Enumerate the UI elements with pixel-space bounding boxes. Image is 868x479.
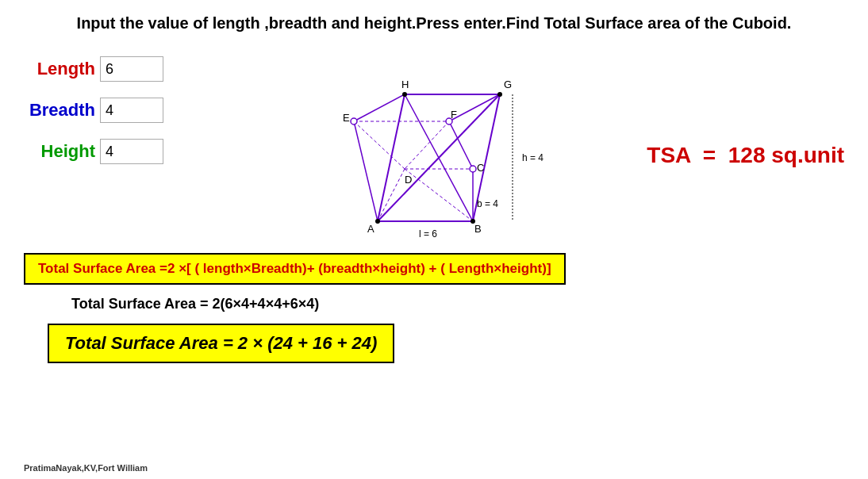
calc-line: Total Surface Area = 2(6×4+4×4+6×4) <box>71 296 844 312</box>
label-B: B <box>474 223 482 235</box>
svg-line-9 <box>405 121 449 169</box>
breadth-input[interactable] <box>100 98 163 123</box>
svg-line-8 <box>449 121 473 169</box>
tsa-display: TSA = 128 sq.unit <box>647 143 844 168</box>
svg-point-22 <box>402 92 407 97</box>
svg-point-23 <box>497 92 502 97</box>
tsa-section: TSA = 128 sq.unit <box>647 48 844 239</box>
svg-point-20 <box>375 219 380 224</box>
label-b-eq: b = 4 <box>477 198 498 209</box>
svg-line-5 <box>354 121 378 221</box>
label-l-eq: l = 6 <box>419 228 437 239</box>
svg-point-17 <box>351 118 357 125</box>
label-A: A <box>367 223 374 235</box>
result-box: Total Surface Area = 2 × (24 + 16 + 24) <box>48 324 394 363</box>
inputs-section: Length Breadth Height <box>24 48 206 239</box>
svg-line-1 <box>378 94 405 221</box>
breadth-row: Breadth <box>24 98 206 123</box>
label-E: E <box>343 112 350 124</box>
svg-point-18 <box>446 118 452 125</box>
svg-point-21 <box>470 219 475 224</box>
svg-line-14 <box>405 169 473 221</box>
label-C: C <box>477 162 484 174</box>
height-row: Height <box>24 139 206 164</box>
svg-line-4 <box>354 94 405 121</box>
label-H: H <box>401 79 409 90</box>
cuboid-diagram: H G E F C D A B h = 4 b = 4 l = 6 <box>308 48 546 239</box>
svg-point-19 <box>470 166 476 172</box>
label-D: D <box>405 174 412 186</box>
footer: PratimaNayak,KV,Fort William <box>24 463 148 473</box>
length-input[interactable] <box>100 56 163 82</box>
diagram-section: H G E F C D A B h = 4 b = 4 l = 6 <box>206 48 647 239</box>
page-title: Input the value of length ,breadth and h… <box>0 0 868 40</box>
height-input[interactable] <box>100 139 163 164</box>
formula-section: Total Surface Area =2 ×[ ( length×Breadt… <box>24 253 844 363</box>
formula-box: Total Surface Area =2 ×[ ( length×Breadt… <box>24 253 566 285</box>
length-row: Length <box>24 56 206 82</box>
label-h-eq: h = 4 <box>522 152 543 163</box>
breadth-label: Breadth <box>24 100 95 121</box>
label-G: G <box>504 79 512 90</box>
height-label: Height <box>24 141 95 162</box>
svg-line-13 <box>378 169 405 221</box>
length-label: Length <box>24 59 95 79</box>
